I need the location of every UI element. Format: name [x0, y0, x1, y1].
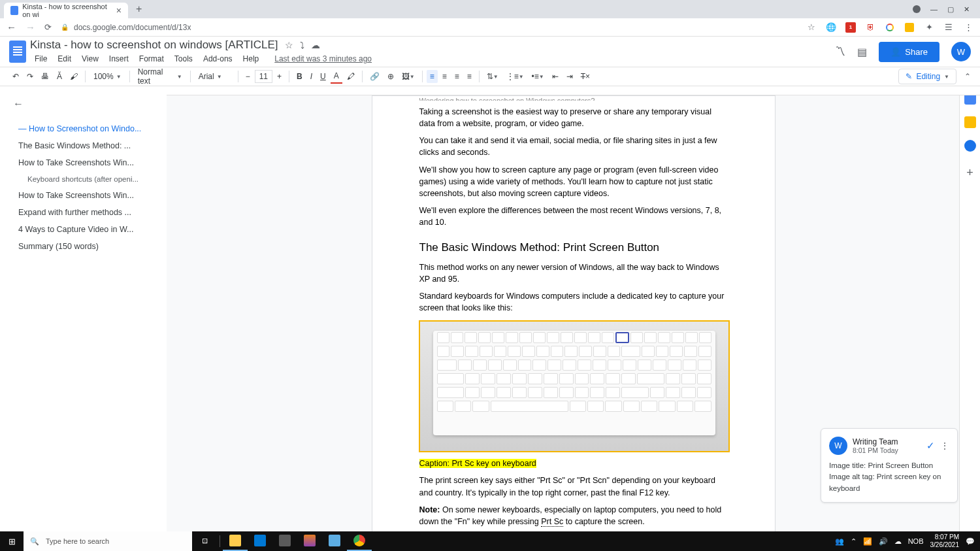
- bulleted-list-button[interactable]: •≡▼: [529, 70, 547, 83]
- spellcheck-button[interactable]: Ă: [54, 70, 65, 83]
- taskbar-store[interactable]: [272, 531, 297, 551]
- font-size-decrease[interactable]: −: [242, 70, 253, 83]
- activity-icon[interactable]: 〽: [835, 46, 845, 58]
- tray-language[interactable]: NOB: [908, 537, 924, 545]
- forward-button[interactable]: →: [25, 22, 35, 33]
- taskbar-explorer[interactable]: [223, 531, 248, 551]
- user-avatar[interactable]: W: [951, 42, 971, 61]
- comment-card[interactable]: W Writing Team 8:01 PM Today ✓ ⋮ Image t…: [821, 428, 958, 503]
- document-page[interactable]: Wondering how to screenshot on Windows c…: [372, 95, 776, 551]
- menu-view[interactable]: View: [77, 53, 103, 65]
- chrome-menu-icon[interactable]: ⋮: [963, 22, 973, 33]
- cloud-status-icon[interactable]: ☁: [311, 40, 320, 50]
- extension-yellow-icon[interactable]: [904, 22, 915, 33]
- outline-item[interactable]: —How to Screenshot on Windo...: [9, 120, 167, 137]
- align-center-button[interactable]: ≡: [439, 70, 450, 83]
- insert-image-button[interactable]: 🖼▼: [399, 70, 418, 83]
- menu-tools[interactable]: Tools: [170, 53, 197, 65]
- new-tab-button[interactable]: +: [136, 3, 142, 15]
- star-icon[interactable]: ☆: [285, 40, 293, 50]
- back-button[interactable]: ←: [7, 22, 16, 33]
- increase-indent-button[interactable]: ⇥: [563, 70, 576, 83]
- taskbar-notepad[interactable]: [322, 531, 347, 551]
- extension-colorwheel-icon[interactable]: [885, 22, 895, 33]
- undo-button[interactable]: ↶: [9, 70, 22, 83]
- resolve-comment-button[interactable]: ✓: [926, 440, 935, 452]
- align-right-button[interactable]: ≡: [451, 70, 463, 83]
- outline-item[interactable]: How to Take Screenshots Win...: [9, 154, 167, 171]
- browser-tab[interactable]: Kinsta - how to screenshot on wi ×: [4, 3, 128, 18]
- tray-meet-now-icon[interactable]: 👥: [835, 537, 844, 546]
- keyboard-image[interactable]: [419, 320, 730, 452]
- outline-item[interactable]: The Basic Windows Method: ...: [9, 137, 167, 154]
- taskbar-chrome[interactable]: [347, 531, 372, 551]
- chrome-profile-icon[interactable]: [913, 5, 921, 13]
- tray-notifications-icon[interactable]: 💬: [966, 537, 975, 546]
- tray-onedrive-icon[interactable]: ☁: [894, 537, 902, 546]
- font-size-input[interactable]: 11: [255, 70, 272, 83]
- tray-wifi-icon[interactable]: 📶: [863, 537, 872, 546]
- tray-chevron-icon[interactable]: ⌃: [851, 537, 857, 546]
- add-comment-button[interactable]: ⊕: [384, 70, 397, 83]
- text-color-button[interactable]: A: [331, 69, 342, 84]
- italic-button[interactable]: I: [307, 70, 316, 83]
- editing-mode-button[interactable]: ✎ Editing ▼: [898, 69, 956, 84]
- line-spacing-button[interactable]: ⇅▼: [483, 70, 502, 83]
- tray-clock[interactable]: 8:07 PM 3/26/2021: [930, 533, 960, 549]
- url-field[interactable]: 🔒 docs.google.com/document/d/13x: [61, 23, 797, 32]
- maximize-icon[interactable]: ▢: [947, 5, 954, 14]
- menu-addons[interactable]: Add-ons: [199, 53, 237, 65]
- task-view-button[interactable]: ⊡: [192, 531, 217, 551]
- outline-item[interactable]: Expand with further methods ...: [9, 204, 167, 221]
- extension-shield-icon[interactable]: ⛨: [865, 22, 875, 33]
- outline-item[interactable]: Keyboard shortcuts (after openi...: [9, 171, 167, 187]
- document-canvas[interactable]: Wondering how to screenshot on Windows c…: [167, 86, 980, 551]
- tray-volume-icon[interactable]: 🔊: [879, 537, 888, 546]
- paint-format-button[interactable]: 🖌: [67, 70, 81, 83]
- move-icon[interactable]: ⤵: [300, 40, 304, 50]
- comments-icon[interactable]: ▤: [857, 46, 867, 58]
- menu-file[interactable]: File: [30, 53, 52, 65]
- star-bookmark-icon[interactable]: ☆: [806, 22, 817, 33]
- clear-formatting-button[interactable]: T×: [578, 70, 593, 83]
- close-window-icon[interactable]: ✕: [964, 5, 970, 14]
- menu-insert[interactable]: Insert: [105, 53, 133, 65]
- extension-adblock-icon[interactable]: 1: [845, 22, 856, 33]
- outline-item[interactable]: 4 Ways to Capture Video in W...: [9, 221, 167, 238]
- redo-button[interactable]: ↷: [24, 70, 37, 83]
- extension-globe-icon[interactable]: 🌐: [826, 22, 836, 33]
- comment-menu-icon[interactable]: ⋮: [940, 441, 949, 451]
- windows-search-box[interactable]: 🔍 Type here to search: [24, 531, 192, 551]
- document-title[interactable]: Kinsta - how to screenshot on windows [A…: [30, 39, 278, 52]
- insert-link-button[interactable]: 🔗: [367, 70, 383, 83]
- tasks-icon[interactable]: [964, 140, 976, 152]
- reload-button[interactable]: ⟳: [44, 22, 52, 32]
- menu-edit[interactable]: Edit: [53, 53, 76, 65]
- last-edit-link[interactable]: Last edit was 3 minutes ago: [270, 53, 376, 65]
- outline-close-button[interactable]: ←: [9, 94, 167, 114]
- align-left-button[interactable]: ≡: [427, 70, 438, 83]
- bold-button[interactable]: B: [293, 70, 306, 83]
- add-addon-icon[interactable]: +: [966, 166, 973, 180]
- taskbar-mail[interactable]: [248, 531, 272, 551]
- close-tab-icon[interactable]: ×: [116, 5, 122, 16]
- font-select[interactable]: Arial▼: [195, 70, 234, 83]
- zoom-select[interactable]: 100%▼: [90, 70, 125, 83]
- align-justify-button[interactable]: ≡: [464, 70, 475, 83]
- print-button[interactable]: 🖶: [38, 70, 52, 83]
- minimize-icon[interactable]: —: [930, 5, 938, 14]
- menu-format[interactable]: Format: [135, 53, 169, 65]
- start-button[interactable]: ⊞: [0, 531, 24, 551]
- keep-icon[interactable]: [964, 116, 976, 128]
- horizontal-ruler[interactable]: [167, 86, 980, 95]
- decrease-indent-button[interactable]: ⇤: [549, 70, 562, 83]
- collapse-toolbar-button[interactable]: ⌃: [964, 72, 971, 81]
- underline-button[interactable]: U: [317, 70, 329, 83]
- font-size-increase[interactable]: +: [274, 70, 285, 83]
- docs-logo-icon[interactable]: [9, 41, 26, 63]
- outline-item[interactable]: How to Take Screenshots Win...: [9, 187, 167, 204]
- style-select[interactable]: Normal text▼: [134, 65, 186, 88]
- extensions-puzzle-icon[interactable]: ✦: [924, 22, 934, 33]
- outline-item[interactable]: Summary (150 words): [9, 238, 167, 255]
- menu-help[interactable]: Help: [238, 53, 264, 65]
